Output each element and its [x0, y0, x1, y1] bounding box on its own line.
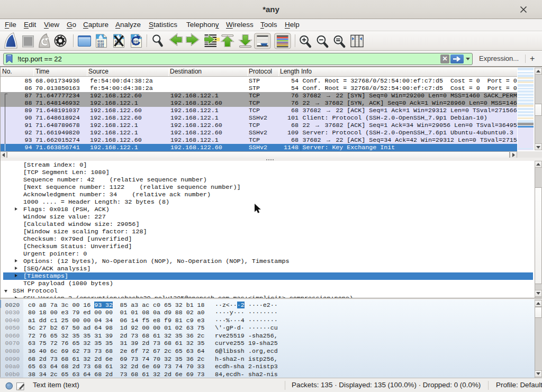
svg-text:0111: 0111: [97, 45, 104, 48]
